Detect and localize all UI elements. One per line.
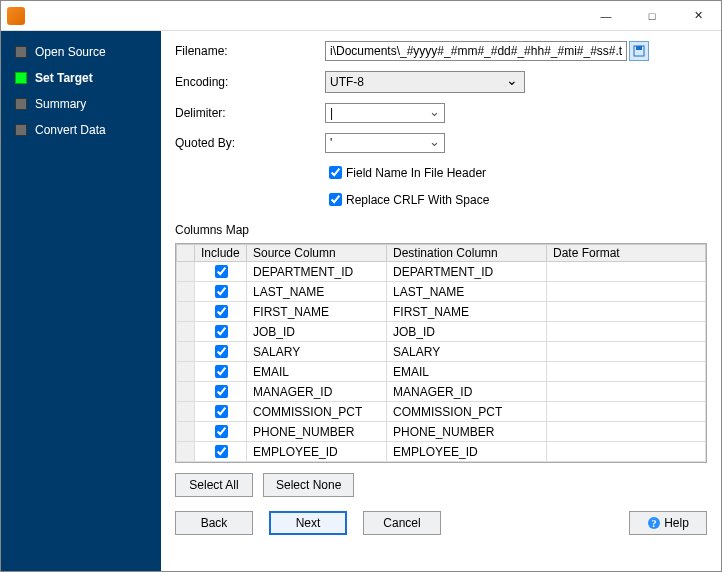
include-checkbox[interactable] — [215, 285, 228, 298]
destination-column-cell[interactable]: EMPLOYEE_ID — [387, 442, 547, 462]
table-row[interactable]: PHONE_NUMBERPHONE_NUMBER — [177, 422, 706, 442]
field-name-header-checkbox[interactable] — [329, 166, 342, 179]
include-checkbox[interactable] — [215, 445, 228, 458]
quoted-by-label: Quoted By: — [175, 136, 325, 150]
table-row[interactable]: HIRE_DATEHIRE_DATEmm/dd/yyyy — [177, 462, 706, 464]
wizard-step[interactable]: Set Target — [1, 65, 161, 91]
minimize-button[interactable]: — — [583, 1, 629, 31]
quoted-by-value: ' — [330, 136, 332, 150]
destination-column-cell[interactable]: DEPARTMENT_ID — [387, 262, 547, 282]
row-header-cell — [177, 402, 195, 422]
select-none-button[interactable]: Select None — [263, 473, 354, 497]
row-header-cell — [177, 322, 195, 342]
table-row[interactable]: MANAGER_IDMANAGER_ID — [177, 382, 706, 402]
encoding-label: Encoding: — [175, 75, 325, 89]
include-checkbox[interactable] — [215, 385, 228, 398]
title-bar: — □ ✕ — [1, 1, 721, 31]
source-column-cell[interactable]: HIRE_DATE — [247, 462, 387, 464]
row-header-cell — [177, 382, 195, 402]
select-all-button[interactable]: Select All — [175, 473, 253, 497]
header-source[interactable]: Source Column — [247, 245, 387, 262]
step-label: Convert Data — [35, 123, 106, 137]
date-format-cell[interactable] — [547, 422, 706, 442]
date-format-cell[interactable] — [547, 322, 706, 342]
step-indicator-icon — [15, 72, 27, 84]
destination-column-cell[interactable]: COMMISSION_PCT — [387, 402, 547, 422]
include-checkbox[interactable] — [215, 325, 228, 338]
source-column-cell[interactable]: JOB_ID — [247, 322, 387, 342]
replace-crlf-checkbox[interactable] — [329, 193, 342, 206]
main-panel: Filename: Encoding: UTF-8 Delimiter: | — [161, 31, 721, 571]
svg-text:?: ? — [652, 518, 657, 529]
table-row[interactable]: SALARYSALARY — [177, 342, 706, 362]
source-column-cell[interactable]: PHONE_NUMBER — [247, 422, 387, 442]
header-date-format[interactable]: Date Format — [547, 245, 706, 262]
wizard-step[interactable]: Summary — [1, 91, 161, 117]
source-column-cell[interactable]: DEPARTMENT_ID — [247, 262, 387, 282]
source-column-cell[interactable]: LAST_NAME — [247, 282, 387, 302]
date-format-cell[interactable] — [547, 262, 706, 282]
field-name-header-label[interactable]: Field Name In File Header — [346, 166, 486, 180]
destination-column-cell[interactable]: LAST_NAME — [387, 282, 547, 302]
columns-map-title: Columns Map — [175, 223, 707, 237]
destination-column-cell[interactable]: FIRST_NAME — [387, 302, 547, 322]
destination-column-cell[interactable]: SALARY — [387, 342, 547, 362]
step-label: Open Source — [35, 45, 106, 59]
wizard-step[interactable]: Convert Data — [1, 117, 161, 143]
date-format-cell[interactable] — [547, 282, 706, 302]
date-format-cell[interactable] — [547, 382, 706, 402]
close-button[interactable]: ✕ — [675, 1, 721, 31]
step-indicator-icon — [15, 46, 27, 58]
include-checkbox[interactable] — [215, 305, 228, 318]
date-format-cell[interactable] — [547, 342, 706, 362]
table-row[interactable]: COMMISSION_PCTCOMMISSION_PCT — [177, 402, 706, 422]
table-row[interactable]: EMPLOYEE_IDEMPLOYEE_ID — [177, 442, 706, 462]
encoding-select[interactable]: UTF-8 — [325, 71, 525, 93]
wizard-step[interactable]: Open Source — [1, 39, 161, 65]
date-format-cell[interactable] — [547, 402, 706, 422]
browse-file-button[interactable] — [629, 41, 649, 61]
filename-input[interactable] — [325, 41, 627, 61]
date-format-cell[interactable] — [547, 442, 706, 462]
include-checkbox[interactable] — [215, 265, 228, 278]
date-format-cell[interactable] — [547, 362, 706, 382]
cancel-button[interactable]: Cancel — [363, 511, 441, 535]
next-button[interactable]: Next — [269, 511, 347, 535]
include-checkbox[interactable] — [215, 425, 228, 438]
destination-column-cell[interactable]: PHONE_NUMBER — [387, 422, 547, 442]
date-format-cell[interactable] — [547, 302, 706, 322]
include-checkbox[interactable] — [215, 365, 228, 378]
table-row[interactable]: FIRST_NAMEFIRST_NAME — [177, 302, 706, 322]
destination-column-cell[interactable]: HIRE_DATE — [387, 462, 547, 464]
step-label: Summary — [35, 97, 86, 111]
source-column-cell[interactable]: FIRST_NAME — [247, 302, 387, 322]
delimiter-combo[interactable]: | — [325, 103, 445, 123]
quoted-by-combo[interactable]: ' — [325, 133, 445, 153]
source-column-cell[interactable]: COMMISSION_PCT — [247, 402, 387, 422]
table-row[interactable]: JOB_IDJOB_ID — [177, 322, 706, 342]
source-column-cell[interactable]: EMPLOYEE_ID — [247, 442, 387, 462]
destination-column-cell[interactable]: MANAGER_ID — [387, 382, 547, 402]
table-row[interactable]: LAST_NAMELAST_NAME — [177, 282, 706, 302]
header-include[interactable]: Include — [195, 245, 247, 262]
header-destination[interactable]: Destination Column — [387, 245, 547, 262]
source-column-cell[interactable]: EMAIL — [247, 362, 387, 382]
table-row[interactable]: DEPARTMENT_IDDEPARTMENT_ID — [177, 262, 706, 282]
app-icon — [7, 7, 25, 25]
replace-crlf-label[interactable]: Replace CRLF With Space — [346, 193, 489, 207]
destination-column-cell[interactable]: JOB_ID — [387, 322, 547, 342]
help-button[interactable]: ?Help — [629, 511, 707, 535]
help-icon: ? — [647, 516, 661, 530]
include-checkbox[interactable] — [215, 405, 228, 418]
include-checkbox[interactable] — [215, 345, 228, 358]
date-format-cell[interactable]: mm/dd/yyyy — [547, 462, 706, 464]
source-column-cell[interactable]: SALARY — [247, 342, 387, 362]
back-button[interactable]: Back — [175, 511, 253, 535]
delimiter-label: Delimiter: — [175, 106, 325, 120]
table-row[interactable]: EMAILEMAIL — [177, 362, 706, 382]
row-header-cell — [177, 462, 195, 464]
step-indicator-icon — [15, 124, 27, 136]
destination-column-cell[interactable]: EMAIL — [387, 362, 547, 382]
source-column-cell[interactable]: MANAGER_ID — [247, 382, 387, 402]
maximize-button[interactable]: □ — [629, 1, 675, 31]
